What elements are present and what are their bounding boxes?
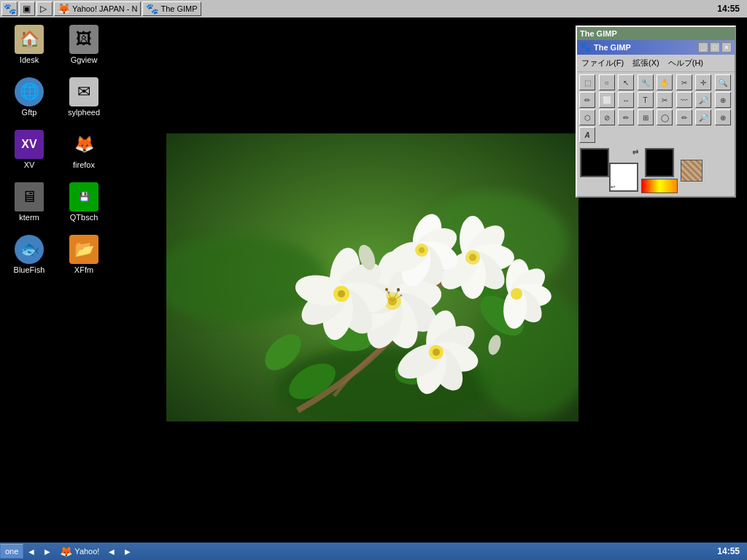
xffm-label: XFfm <box>74 265 93 274</box>
nav-next-btn[interactable]: ▶ <box>42 548 53 556</box>
gimp-tool-fuzzy-select[interactable]: 🔧 <box>638 74 654 90</box>
taskbar-btn-gimp[interactable]: 🐾 The GIMP <box>142 1 201 16</box>
taskbar-btn-firefox[interactable]: 🦊 Yahoo! JAPAN - N <box>54 1 141 16</box>
desktop-prev-btn[interactable]: ◀ <box>107 548 117 556</box>
gimp-menu-help[interactable]: ヘルプ(H) <box>665 56 706 70</box>
desktop-icon-bluefish[interactable]: 🐟 BlueFish <box>4 232 55 277</box>
bluefish-label: BlueFish <box>14 265 45 274</box>
icon-column-2: 🖼 Ggview ✉ sylpheed 🦊 firefox 💾 QTbsch 📂… <box>58 22 109 277</box>
gimp-tool-eraser[interactable]: ↔ <box>618 92 634 108</box>
desktop-icon-xv[interactable]: XV XV <box>4 127 55 172</box>
gimp-active-fg-display <box>645 148 674 177</box>
gimp-tool-shear[interactable]: ⊞ <box>638 109 654 125</box>
taskbar-firefox-icon: 🦊 <box>60 545 72 557</box>
gimp-tool-by-color[interactable]: ✋ <box>657 74 673 90</box>
idesk-icon: 🏠 <box>15 25 44 54</box>
gimp-tool-path[interactable]: 🔎 <box>695 109 711 125</box>
desktop-icon-xffm[interactable]: 📂 XFfm <box>58 232 109 277</box>
firefox-icon: 🦊 <box>69 130 98 159</box>
desktop-icon-idesk[interactable]: 🏠 Idesk <box>4 22 55 67</box>
kterm-icon: 🖥 <box>15 182 44 211</box>
gimp-maximize-btn[interactable]: □ <box>710 42 720 52</box>
taskbar-app-icon[interactable]: 🐾 <box>1 1 18 16</box>
svg-point-68 <box>397 289 400 292</box>
gimp-gradient-display <box>641 179 678 193</box>
gimp-toolbox: ⬚ ○ ↖ 🔧 ✋ ✂ ✛ 🔍 ✏ ⬜ ↔ T ✂ 〰 🔎 ⊕ ⬡ ⊘ ✏ ⊞ … <box>577 72 735 145</box>
nav-prev-btn[interactable]: ◀ <box>26 548 36 556</box>
gimp-tool-airbrush[interactable]: ✂ <box>657 92 673 108</box>
ggview-icon: 🖼 <box>69 25 98 54</box>
sylpheed-icon: ✉ <box>69 77 98 106</box>
taskbar-nav-prev: ◀ <box>23 548 39 556</box>
gimp-window: The GIMP 🐾 The GIMP _ □ × ファイル(F) 拡張(X) … <box>576 26 736 198</box>
taskbar-workspace-label: one <box>0 544 23 559</box>
gimp-swap-colors-icon[interactable]: ⇄ <box>632 148 638 156</box>
gftp-label: Gftp <box>22 108 37 117</box>
gimp-menu-file[interactable]: ファイル(F) <box>578 56 627 70</box>
desktop-icons: 🏠 Idesk 🌐 Gftp XV XV 🖥 kterm 🐟 BlueFish … <box>4 22 109 277</box>
desktop-icon-ggview[interactable]: 🖼 Ggview <box>58 22 109 67</box>
sylpheed-label: sylpheed <box>68 108 100 117</box>
desktop-icon-qtbsch[interactable]: 💾 QTbsch <box>58 179 109 225</box>
gimp-tool-text[interactable]: T <box>638 92 654 108</box>
gimp-tool-crop[interactable]: ✏ <box>676 109 692 125</box>
gimp-tool-perspective[interactable]: ⬡ <box>579 109 595 125</box>
gimp-tool-move[interactable]: ✛ <box>695 74 711 90</box>
taskbar-nav-next: ▶ <box>39 548 55 556</box>
gimp-fg-color[interactable] <box>580 148 609 177</box>
gimp-tool-align[interactable]: A <box>579 127 595 143</box>
taskbar-yahoo-label: Yahoo! <box>74 547 99 556</box>
gimp-tool-magnify[interactable]: 🔍 <box>715 74 731 90</box>
top-clock: 14:55 <box>711 4 746 14</box>
taskbar-btn-arrow[interactable]: ▷ <box>36 1 53 16</box>
gimp-tool-scale[interactable]: ✏ <box>618 109 634 125</box>
xv-label: XV <box>24 160 35 169</box>
icon-column-1: 🏠 Idesk 🌐 Gftp XV XV 🖥 kterm 🐟 BlueFish <box>4 22 55 277</box>
gimp-tool-clone[interactable]: 🔎 <box>695 92 711 108</box>
svg-point-57 <box>511 288 522 300</box>
desktop-icon-kterm[interactable]: 🖥 kterm <box>4 179 55 225</box>
gimp-tool-ink[interactable]: 〰 <box>676 92 692 108</box>
taskbar-btn-terminal[interactable]: ▣ <box>19 1 35 16</box>
bottom-clock: 14:55 <box>710 546 747 556</box>
kterm-label: kterm <box>19 213 39 222</box>
idesk-label: Idesk <box>20 55 39 64</box>
gimp-minimize-btn[interactable]: _ <box>698 42 708 52</box>
ggview-label: Ggview <box>71 55 98 64</box>
desktop-icon-gftp[interactable]: 🌐 Gftp <box>4 74 55 120</box>
gimp-tool-rotate[interactable]: ⊘ <box>599 109 615 125</box>
xffm-icon: 📂 <box>69 235 98 264</box>
gimp-pattern-section <box>641 148 732 193</box>
taskbar-firefox-btn[interactable]: 🦊 Yahoo! <box>55 545 104 557</box>
gimp-tool-paintbrush[interactable]: ⬜ <box>599 92 615 108</box>
gimp-title: The GIMP <box>594 43 631 52</box>
svg-point-65 <box>433 349 440 356</box>
flower-image <box>166 133 578 421</box>
gimp-tool-heal[interactable]: ⊕ <box>715 92 731 108</box>
gimp-tool-flip[interactable]: ◯ <box>657 109 673 125</box>
gimp-tool-free-select[interactable]: ↖ <box>618 74 634 90</box>
gimp-tool-ellipse-select[interactable]: ○ <box>599 74 615 90</box>
svg-point-26 <box>385 288 388 291</box>
gimp-window-controls: _ □ × <box>698 42 732 52</box>
gimp-tool-pencil[interactable]: ✏ <box>579 92 595 108</box>
desktop-icon-sylpheed[interactable]: ✉ sylpheed <box>58 74 109 120</box>
gimp-titlebar: 🐾 The GIMP _ □ × <box>577 40 735 55</box>
desktop-icon-firefox[interactable]: 🦊 firefox <box>58 127 109 172</box>
desktop-next-btn[interactable]: ▶ <box>123 548 133 556</box>
gimp-tool-color-picker[interactable]: ⊕ <box>715 109 731 125</box>
gimp-tool-scissors[interactable]: ✂ <box>676 74 692 90</box>
gimp-tool-rect-select[interactable]: ⬚ <box>579 74 595 90</box>
gimp-menu-extensions[interactable]: 拡張(X) <box>630 56 662 70</box>
gimp-close-btn[interactable]: × <box>721 42 732 52</box>
taskbar-gimp-label: The GIMP <box>160 4 197 13</box>
qtbsch-icon: 💾 <box>69 182 98 211</box>
bluefish-icon: 🐟 <box>15 235 44 264</box>
gftp-icon: 🌐 <box>15 77 44 106</box>
gimp-reset-colors-icon[interactable]: ↩ <box>611 184 616 190</box>
firefox-label: firefox <box>73 160 95 169</box>
workspace-name: one <box>5 547 18 556</box>
gimp-colors-area: ⇄ ↩ <box>577 145 735 196</box>
svg-point-69 <box>388 292 390 294</box>
gimp-fg-bg-widget: ⇄ ↩ <box>580 148 638 192</box>
